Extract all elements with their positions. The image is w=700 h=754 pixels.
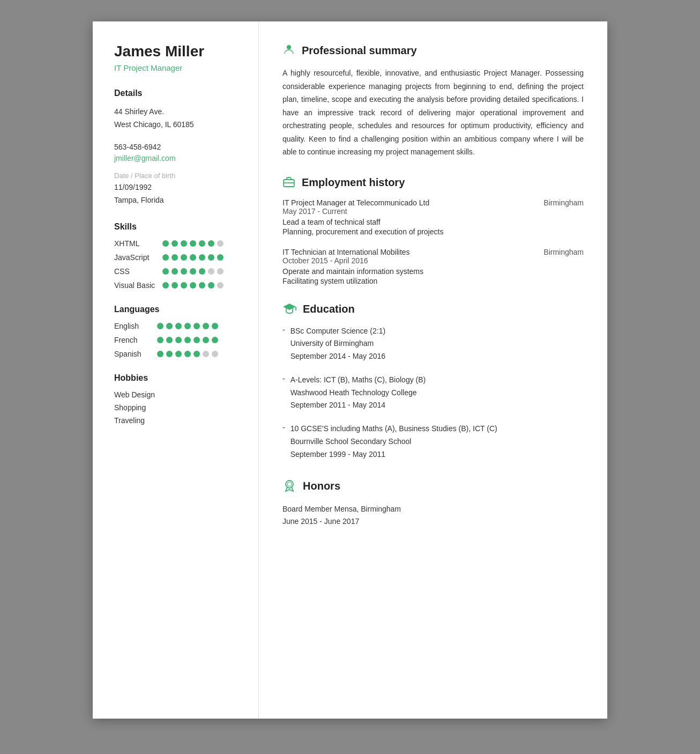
honor-dates: June 2015 - June 2017 — [282, 515, 584, 528]
birth-place: Tampa, Florida — [114, 194, 242, 207]
education-header: Education — [282, 302, 584, 316]
edu-institution: University of Birmingham — [291, 337, 385, 350]
skill-name: Visual Basic — [114, 281, 162, 290]
skill-dots — [162, 268, 224, 275]
dot-filled — [208, 282, 214, 289]
edu-degree: A-Levels: ICT (B), Maths (C), Biology (B… — [291, 374, 426, 387]
job-title: IT Project Manager at Telecommunicado Lt… — [282, 198, 429, 207]
address-line2: West Chicago, IL 60185 — [114, 119, 242, 131]
job-title: IT Technician at International Mobilites — [282, 248, 410, 256]
resume-page: James Miller IT Project Manager Details … — [93, 21, 607, 719]
skill-name: JavaScript — [114, 253, 162, 262]
dot-filled — [172, 254, 178, 261]
skills-section-title: Skills — [114, 222, 242, 232]
edu-content: BSc Computer Science (2:1)University of … — [291, 325, 385, 363]
skill-dots — [162, 282, 224, 289]
edu-institution: Washwood Heath Technology College — [291, 387, 426, 400]
skill-row: CSS — [114, 267, 242, 276]
edu-content: A-Levels: ICT (B), Maths (C), Biology (B… — [291, 374, 426, 412]
edu-content: 10 GCSE'S including Maths (A), Business … — [291, 423, 497, 461]
employment-list: IT Project Manager at Telecommunicado Lt… — [282, 198, 584, 285]
languages-list: EnglishFrenchSpanish — [114, 322, 242, 358]
hobby-item: Shopping — [114, 403, 242, 412]
dot-filled — [162, 282, 169, 289]
edu-institution: Bournville School Secondary School — [291, 435, 497, 448]
language-dots — [157, 337, 218, 343]
edu-dates: September 2011 - May 2014 — [291, 399, 426, 412]
honor-block: Board Member Mensa, BirminghamJune 2015 … — [282, 503, 584, 529]
education-title: Education — [303, 303, 355, 315]
email[interactable]: jmiller@gmail.com — [114, 154, 176, 162]
hobbies-section-title: Hobbies — [114, 373, 242, 383]
dot-filled — [157, 351, 163, 357]
professional-summary-header: Professional summary — [282, 43, 584, 58]
skill-row: Visual Basic — [114, 281, 242, 290]
dot-filled — [199, 254, 205, 261]
dot-filled — [193, 323, 200, 329]
professional-summary-title: Professional summary — [302, 45, 417, 57]
honors-title: Honors — [303, 480, 340, 492]
birth-label: Date / Place of birth — [114, 172, 242, 180]
phone: 563-458-6942 — [114, 141, 242, 154]
svg-marker-3 — [283, 304, 296, 310]
summary-text: A highly resourceful, flexible, innovati… — [282, 66, 584, 159]
dot-filled — [166, 337, 173, 343]
dot-empty — [217, 240, 224, 247]
skills-list: XHTMLJavaScriptCSSVisual Basic — [114, 239, 242, 290]
dot-empty — [203, 351, 209, 357]
edu-dash: - — [282, 374, 285, 412]
skill-dots — [162, 240, 224, 247]
dot-empty — [212, 351, 218, 357]
dot-filled — [203, 323, 209, 329]
language-row: English — [114, 322, 242, 330]
language-dots — [157, 351, 218, 357]
dot-filled — [193, 337, 200, 343]
job-location: Birmingham — [543, 198, 584, 207]
language-name: Spanish — [114, 350, 157, 358]
dot-filled — [162, 268, 169, 275]
person-title: IT Project Manager — [114, 63, 242, 72]
svg-point-0 — [287, 45, 291, 49]
dot-filled — [172, 240, 178, 247]
dot-filled — [184, 351, 191, 357]
dot-empty — [217, 268, 224, 275]
dot-filled — [208, 254, 214, 261]
employment-header: Employment history — [282, 176, 584, 190]
dot-filled — [162, 240, 169, 247]
graduation-icon — [282, 302, 296, 316]
dot-filled — [193, 351, 200, 357]
dot-filled — [208, 240, 214, 247]
education-list: -BSc Computer Science (2:1)University of… — [282, 325, 584, 461]
job-location: Birmingham — [543, 248, 584, 256]
job-header-row: IT Project Manager at Telecommunicado Lt… — [282, 198, 584, 207]
person-name: James Miller — [114, 43, 242, 60]
person-icon — [282, 43, 295, 58]
dot-filled — [172, 282, 178, 289]
dot-filled — [212, 337, 218, 343]
svg-point-5 — [286, 481, 293, 488]
skill-name: CSS — [114, 267, 162, 276]
job-duty: Facilitating system utilization — [282, 277, 584, 285]
honor-title: Board Member Mensa, Birmingham — [282, 503, 584, 516]
dot-filled — [181, 254, 187, 261]
dot-filled — [199, 268, 205, 275]
dot-filled — [203, 337, 209, 343]
dot-filled — [181, 282, 187, 289]
dot-filled — [190, 254, 196, 261]
dot-filled — [181, 268, 187, 275]
skill-dots — [162, 254, 224, 261]
dot-filled — [190, 282, 196, 289]
language-name: English — [114, 322, 157, 330]
job-duty: Planning, procurement and execution of p… — [282, 227, 584, 236]
dot-filled — [172, 268, 178, 275]
dot-filled — [184, 323, 191, 329]
dot-filled — [166, 351, 173, 357]
education-block: -10 GCSE'S including Maths (A), Business… — [282, 423, 584, 461]
education-block: -A-Levels: ICT (B), Maths (C), Biology (… — [282, 374, 584, 412]
skill-row: XHTML — [114, 239, 242, 248]
edu-degree: 10 GCSE'S including Maths (A), Business … — [291, 423, 497, 435]
job-duty: Lead a team of technical staff — [282, 218, 584, 226]
language-row: Spanish — [114, 350, 242, 358]
honors-list: Board Member Mensa, BirminghamJune 2015 … — [282, 503, 584, 529]
dot-filled — [190, 268, 196, 275]
